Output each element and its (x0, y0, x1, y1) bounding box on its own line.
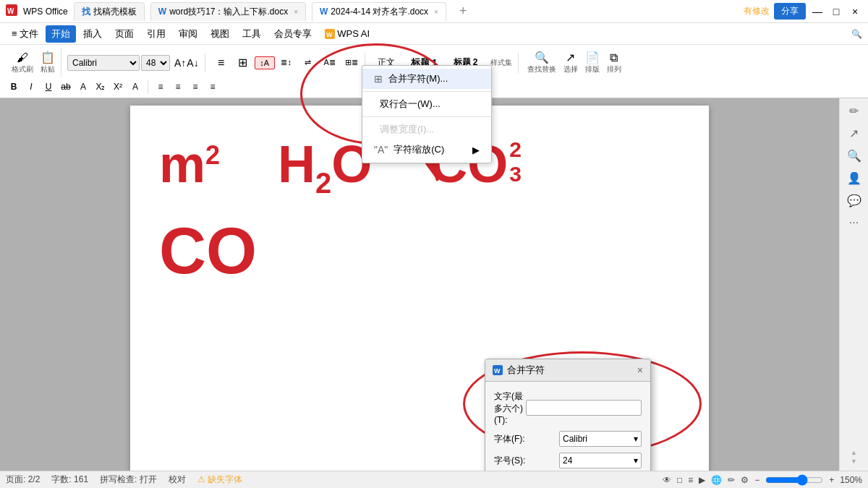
layout-btn[interactable]: 📄 排版 (582, 49, 603, 76)
more-icon[interactable]: ··· (849, 216, 859, 229)
text-dir-btn1[interactable]: ↕A (255, 56, 275, 69)
new-tab-btn[interactable]: + (452, 1, 475, 22)
font-size-decrease[interactable]: A↓ (187, 57, 198, 69)
menu-page[interactable]: 页面 (109, 25, 140, 43)
formula-co-bottom: CO (159, 214, 709, 288)
word-count: 字数: 161 (51, 474, 88, 486)
dialog-wps-icon: W (493, 365, 503, 375)
dialog-title-text: 合并字符 (507, 364, 545, 377)
chevron-down-icon: ▾ (634, 434, 638, 444)
text-dir-btn2[interactable]: ≣↕ (276, 56, 297, 69)
cursor-icon[interactable]: ↗ (849, 127, 859, 140)
tab-doc3-label: 2024-4-14 对齐名字.docx (331, 6, 428, 18)
title-bar-right: 有修改 分享 — □ × (744, 3, 862, 20)
pen-icon[interactable]: ✏ (849, 104, 859, 118)
align-right-btn[interactable]: ≡ (187, 79, 203, 95)
menu-file[interactable]: ≡ 文件 (6, 25, 44, 43)
text-dir-btn3[interactable]: ⇌ (298, 56, 318, 69)
proofread[interactable]: 校对 (169, 474, 186, 486)
popup-item-tiaozheng[interactable]: 调整宽度(I)... (362, 119, 491, 140)
subscript-btn[interactable]: X₂ (93, 79, 109, 95)
tab-doc3-icon: W (320, 7, 328, 17)
zoom-minus-btn[interactable]: − (754, 475, 760, 485)
page-view-icon[interactable]: □ (677, 475, 682, 485)
play-icon[interactable]: ▶ (699, 475, 705, 485)
strikethrough-btn[interactable]: ab (58, 79, 74, 95)
clear-format-btn[interactable]: A (127, 79, 143, 95)
tab-doc2-close[interactable]: × (294, 8, 298, 16)
align-center-btn[interactable]: ≡ (170, 79, 186, 95)
font-family-select[interactable]: Calibri (67, 55, 140, 71)
indent-btn[interactable]: ⊞ (233, 54, 253, 71)
popup-item-zifu[interactable]: "A" 字符缩放(C) ▶ (362, 140, 491, 160)
spell-check[interactable]: 拼写检查: 打开 (100, 474, 157, 486)
merge-char-dialog: W 合并字符 × 文字(最多六个)(T): 字体(F): (485, 359, 651, 471)
user-icon[interactable]: 👤 (847, 171, 861, 185)
justify-btn[interactable]: ≡ (205, 79, 221, 95)
comment-icon[interactable]: 💬 (847, 194, 861, 207)
text-dir-btn5[interactable]: ⊞≣ (341, 56, 362, 69)
popup-item-shuangxing[interactable]: 双行合一(W)... (362, 94, 491, 114)
settings-icon[interactable]: ⚙ (741, 475, 749, 485)
minimize-button[interactable]: — (810, 4, 825, 19)
menu-view[interactable]: 视图 (205, 25, 235, 43)
tab-doc3-close[interactable]: × (434, 8, 438, 16)
menu-review[interactable]: 审阅 (173, 25, 203, 43)
scroll-indicators: ▲ ▼ (851, 449, 857, 465)
tab-doc3[interactable]: W 2024-4-14 对齐名字.docx × (312, 2, 446, 21)
dialog-text-input[interactable] (526, 400, 642, 416)
font-color-btn[interactable]: A (75, 79, 91, 95)
menu-ref[interactable]: 引用 (141, 25, 171, 43)
align-btn[interactable]: ≡ (211, 55, 231, 71)
menu-insert[interactable]: 插入 (77, 25, 108, 43)
underline-btn[interactable]: U (41, 79, 56, 95)
font-size-increase[interactable]: A↑ (174, 57, 186, 69)
align-left-btn[interactable]: ≡ (153, 79, 169, 95)
indent-icon: ⊞ (238, 56, 247, 69)
text-dir-btn4[interactable]: A≣ (320, 56, 340, 69)
paste-btn[interactable]: 📋 粘贴 (38, 49, 58, 76)
menu-vip[interactable]: 会员专享 (268, 25, 318, 43)
dialog-size-select[interactable]: 24 ▾ (559, 453, 642, 468)
svg-text:W: W (494, 367, 501, 374)
outline-view-icon[interactable]: ≡ (688, 475, 693, 485)
find-replace-icon: 🔍 (535, 51, 549, 64)
italic-btn[interactable]: I (23, 79, 39, 95)
search-side-icon[interactable]: 🔍 (847, 149, 861, 163)
menu-tools[interactable]: 工具 (237, 25, 267, 43)
title-bar: W WPS Office 找 找稿壳模板 W word技巧17：输入上下标.do… (0, 0, 868, 23)
dialog-font-label: 字体(F): (494, 433, 559, 445)
format-btn[interactable]: 🖌 格式刷 (9, 50, 36, 76)
font-size-select[interactable]: 48 (141, 55, 170, 71)
view-icon[interactable]: 👁 (663, 475, 671, 485)
close-button[interactable]: × (848, 4, 862, 19)
globe-icon[interactable]: 🌐 (711, 475, 722, 485)
dialog-text-label: 文字(最多六个)(T): (494, 390, 526, 425)
wps-title: WPS Office (23, 7, 68, 17)
zifu-icon: "A" (374, 144, 388, 155)
ribbon-tools-group: 🔍 查找替换 ↗ 选择 📄 排版 ⧉ 排列 (522, 48, 627, 77)
menu-home[interactable]: 开始 (46, 25, 76, 43)
maximize-button[interactable]: □ (829, 4, 843, 19)
svg-text:W: W (326, 31, 333, 38)
dialog-font-select[interactable]: Calibri ▾ (559, 431, 642, 447)
dialog-size-row: 字号(S): 24 ▾ (494, 453, 642, 468)
app-window: W WPS Office 找 找稿壳模板 W word技巧17：输入上下标.do… (0, 0, 868, 488)
dialog-close-btn[interactable]: × (637, 364, 643, 376)
search-icon[interactable]: 🔍 (851, 29, 862, 39)
arrange-btn[interactable]: ⧉ 排列 (604, 50, 624, 76)
annotate-icon[interactable]: ✏ (728, 475, 735, 485)
dialog-font-row: 字体(F): Calibri ▾ (494, 431, 642, 447)
tab-doc2[interactable]: W word技巧17：输入上下标.docx × (150, 2, 306, 21)
superscript-btn[interactable]: X² (110, 79, 126, 95)
select-btn[interactable]: ↗ 选择 (561, 49, 581, 76)
ribbon-clipboard-group: 🖌 格式刷 📋 粘贴 (6, 48, 61, 77)
tab-template[interactable]: 找 找稿壳模板 (74, 2, 145, 21)
find-replace-btn[interactable]: 🔍 查找替换 (524, 49, 559, 76)
zoom-plus-btn[interactable]: + (829, 475, 834, 485)
zoom-slider[interactable] (765, 474, 823, 486)
share-button[interactable]: 分享 (774, 3, 806, 20)
popup-item-hebing[interactable]: ⊞ 合并字符(M)... (362, 69, 491, 89)
menu-wpsai[interactable]: W WPS AI (319, 26, 375, 41)
bold-btn[interactable]: B (6, 79, 22, 95)
